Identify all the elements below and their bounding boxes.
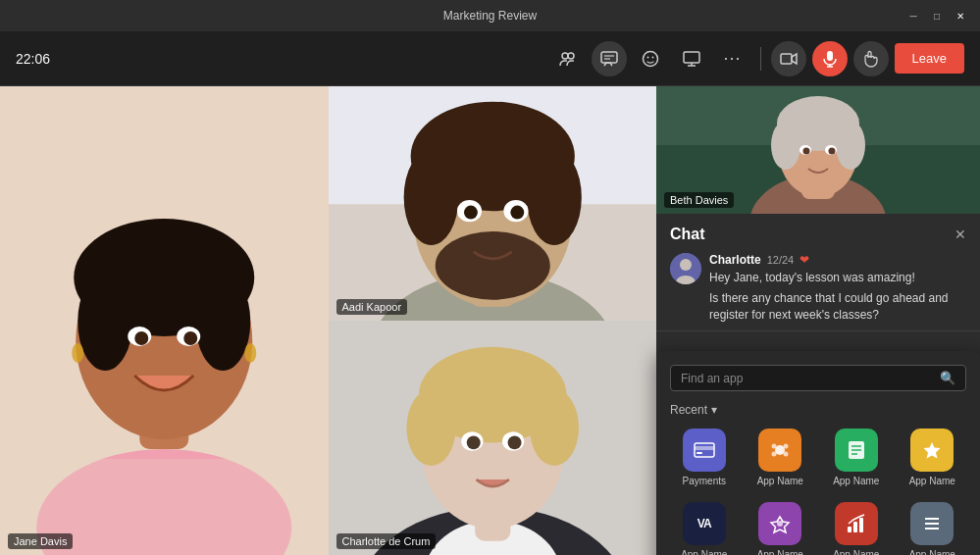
beth-video-tile: Beth Davies [656,86,980,214]
app-label-2: App Name [833,476,879,486]
video-grid: Jane Davis [0,86,656,555]
main-area: Jane Davis [0,86,980,555]
chat-panel: Chat ✕ Charlotte 12/24 ❤ [656,214,980,331]
leave-button[interactable]: Leave [895,43,964,74]
svg-rect-8 [684,52,699,63]
svg-rect-11 [781,54,792,64]
svg-point-27 [244,343,256,363]
reactions-icon [642,50,659,68]
app-recent-6[interactable]: App Name [822,498,891,555]
jane-name-tag: Jane Davis [8,533,73,549]
app-recent-1[interactable]: App Name [747,425,815,490]
svg-rect-73 [695,446,714,450]
svg-point-37 [435,231,549,300]
svg-point-24 [134,331,148,345]
payments-icon [683,429,726,472]
chat-text-line1: Hey Jane, today's lesson was amazing! [709,270,966,286]
svg-point-41 [510,206,524,220]
svg-point-20 [77,273,132,371]
chevron-down-icon: ▾ [711,403,717,417]
toolbar: 22:06 [0,31,980,86]
chat-button[interactable] [592,41,627,76]
svg-rect-12 [827,51,833,61]
payments-label: Payments [683,476,726,486]
video-button[interactable] [771,41,806,76]
video-icon [780,52,798,66]
video-tile-charlotte: Charlotte de Crum [329,321,657,555]
app-icon-5 [758,502,801,545]
hand-raise-button[interactable] [853,41,889,76]
svg-marker-84 [924,442,941,459]
app-search-input[interactable] [681,372,934,385]
app-icon-1 [758,429,801,472]
app-label-7: App Name [909,549,955,555]
chat-close-button[interactable]: ✕ [954,227,966,242]
app-picker: 🔍 Recent ▾ Payments [656,351,980,555]
app-recent-3[interactable]: App Name [899,425,967,490]
toolbar-actions: ··· Leave [550,41,964,76]
screen-share-button[interactable] [674,41,709,76]
svg-point-53 [466,435,480,449]
recent-section-label: Recent ▾ [670,403,966,417]
svg-point-67 [803,148,810,155]
chat-header: Chat ✕ [670,226,966,243]
maximize-button[interactable]: □ [929,8,945,24]
chat-icon [600,50,618,68]
svg-point-75 [775,445,785,455]
app-recent-7[interactable]: App Name [899,498,967,555]
reactions-button[interactable] [633,41,668,76]
svg-rect-88 [859,518,863,532]
video-tile-aadi: Aadi Kapoor [329,86,657,321]
close-button[interactable]: ✕ [953,8,968,24]
app-search-bar[interactable]: 🔍 [670,365,966,391]
app-payments[interactable]: Payments [670,425,739,490]
more-button[interactable]: ··· [715,41,750,76]
chat-text-line2: Is there any chance that I could go ahea… [709,290,966,324]
svg-point-63 [771,121,800,170]
charlotte-name-tag: Charlotte de Crum [336,533,437,549]
svg-point-1 [568,53,574,59]
app-label-4: App Name [681,549,727,555]
chat-title: Chat [670,226,705,243]
jane-video [0,86,329,555]
svg-point-50 [529,389,578,466]
svg-point-77 [784,444,789,449]
search-icon: 🔍 [940,371,955,385]
app-label-1: App Name [757,476,803,486]
mic-button[interactable] [812,41,848,76]
svg-point-78 [772,452,777,457]
app-label-3: App Name [909,476,955,486]
app-icon-2 [835,429,878,472]
svg-point-0 [562,53,568,59]
svg-point-26 [72,343,83,363]
app-icon-6 [835,502,878,545]
chat-meta: Charlotte 12/24 ❤ [709,253,966,267]
beth-name-tag: Beth Davies [664,192,734,208]
svg-rect-2 [601,52,617,63]
recent-apps-grid: Payments App Name [670,425,966,555]
call-time: 22:06 [16,51,50,67]
people-icon [559,50,577,68]
minimize-button[interactable]: ─ [905,8,921,24]
svg-point-54 [507,435,521,449]
svg-rect-87 [853,522,857,532]
app-recent-5[interactable]: App Name [747,498,815,555]
app-label-5: App Name [757,549,803,555]
aadi-name-tag: Aadi Kapoor [336,299,408,315]
hand-icon [864,50,878,68]
aadi-video [329,86,657,321]
app-recent-4[interactable]: VA App Name [670,498,739,555]
app-recent-2[interactable]: App Name [822,425,891,490]
app-icon-4: VA [683,502,726,545]
svg-point-5 [643,51,657,66]
svg-point-7 [651,56,653,58]
svg-point-76 [772,444,777,449]
svg-point-85 [777,521,783,527]
app-icon-3 [910,429,954,472]
people-button[interactable] [550,41,586,76]
right-panel: Beth Davies Chat ✕ Charlotte [656,86,980,555]
charlotte-avatar-svg [670,253,701,284]
charlotte-avatar [670,253,701,284]
svg-point-70 [680,259,692,271]
svg-point-49 [406,389,455,466]
